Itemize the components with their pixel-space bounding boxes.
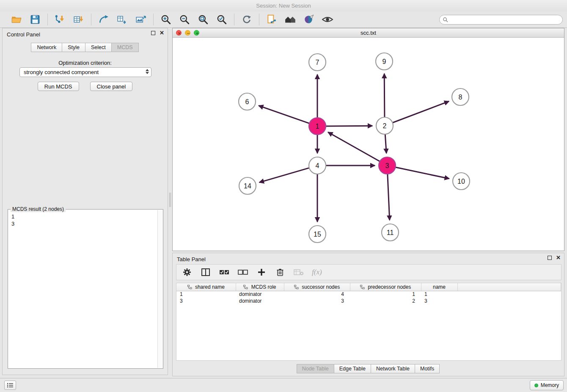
node-6[interactable]: 6 xyxy=(239,93,256,110)
task-history-button[interactable] xyxy=(4,381,16,390)
node-11[interactable]: 11 xyxy=(382,224,399,241)
edge-1-6[interactable] xyxy=(259,106,309,123)
save-session-button[interactable] xyxy=(29,13,41,26)
style-button[interactable] xyxy=(303,13,315,26)
table-cell[interactable]: 3 xyxy=(284,298,350,304)
table-cell[interactable]: 1 xyxy=(176,291,236,298)
tab-mcds[interactable]: MCDS xyxy=(111,43,139,52)
result-scrollbar[interactable] xyxy=(157,210,163,368)
zoom-fit-button[interactable] xyxy=(197,13,209,26)
table-tabs: Node Table Edge Table Network Table Moti… xyxy=(173,364,564,373)
zoom-selected-button[interactable] xyxy=(215,13,228,26)
edge-4-14[interactable] xyxy=(260,168,309,182)
node-7[interactable]: 7 xyxy=(309,54,326,71)
float-panel-icon[interactable] xyxy=(548,256,552,260)
home-layout-button[interactable] xyxy=(284,13,297,26)
zoom-window-button[interactable] xyxy=(194,30,199,36)
edge-3-10[interactable] xyxy=(396,167,449,179)
table-cell[interactable]: 1 xyxy=(350,291,421,298)
table-cell[interactable]: 4 xyxy=(284,291,350,298)
network-graph[interactable]: 7968124314101511 xyxy=(173,38,564,251)
function-builder-button[interactable]: f(x) xyxy=(312,267,322,278)
trash-icon xyxy=(276,268,284,276)
copy-network-button[interactable] xyxy=(265,13,278,26)
close-panel-icon[interactable]: ✕ xyxy=(160,31,164,35)
delete-column-button[interactable] xyxy=(275,267,286,278)
node-10[interactable]: 10 xyxy=(453,173,470,190)
node-4[interactable]: 4 xyxy=(309,157,326,174)
search-input[interactable] xyxy=(439,15,563,25)
node-14[interactable]: 14 xyxy=(239,177,256,194)
edge-3-11[interactable] xyxy=(388,174,390,220)
node-2[interactable]: 2 xyxy=(376,117,393,134)
optimization-criterion-dropdown[interactable]: strongly connected component xyxy=(19,67,151,77)
table-cell[interactable]: dominator xyxy=(236,298,284,304)
select-all-button[interactable] xyxy=(219,267,230,278)
clear-selection-button[interactable] xyxy=(237,267,248,278)
table-cell[interactable]: 1 xyxy=(421,291,457,298)
zoom-out-button[interactable] xyxy=(178,13,191,26)
node-1[interactable]: 1 xyxy=(309,118,326,135)
minimize-window-button[interactable] xyxy=(185,30,190,36)
table-cell[interactable]: dominator xyxy=(236,291,284,298)
new-network-button[interactable] xyxy=(97,13,110,26)
columns-button[interactable] xyxy=(200,267,211,278)
close-window-button[interactable] xyxy=(176,30,182,36)
import-network-icon xyxy=(55,14,66,25)
edge-2-3[interactable] xyxy=(385,135,386,153)
export-image-button[interactable] xyxy=(135,13,147,26)
node-8[interactable]: 8 xyxy=(452,88,469,105)
open-session-button[interactable] xyxy=(10,13,23,26)
memory-button[interactable]: Memory xyxy=(530,380,564,390)
mcds-result-line: 1 xyxy=(11,213,163,220)
header-predecessor-nodes[interactable]: predecessor nodes xyxy=(350,283,421,291)
tab-motifs[interactable]: Motifs xyxy=(415,364,440,373)
add-column-button[interactable] xyxy=(256,267,267,278)
task-list-icon xyxy=(7,383,14,388)
clear-selection-icon xyxy=(238,269,248,276)
show-hide-button[interactable] xyxy=(321,13,334,26)
network-from-table-button[interactable] xyxy=(116,13,129,26)
network-window-titlebar[interactable]: scc.txt xyxy=(173,28,564,38)
edge-2-8[interactable] xyxy=(393,102,449,123)
close-panel-button[interactable]: Close panel xyxy=(90,82,133,91)
import-table-icon xyxy=(73,14,84,25)
tab-network-table[interactable]: Network Table xyxy=(371,364,415,373)
table-row[interactable]: 3dominator323 xyxy=(176,298,561,304)
node-15[interactable]: 15 xyxy=(309,226,326,243)
import-network-button[interactable] xyxy=(54,13,66,26)
header-mcds-role[interactable]: MCDS role xyxy=(236,283,284,291)
header-name[interactable]: name xyxy=(421,283,457,291)
window-title: Session: New Session xyxy=(256,3,311,9)
node-9[interactable]: 9 xyxy=(376,53,393,70)
float-panel-icon[interactable] xyxy=(151,31,155,35)
header-filler xyxy=(457,283,561,291)
export-image-icon xyxy=(135,14,146,25)
import-table-button[interactable] xyxy=(72,13,85,26)
table-cell[interactable]: 3 xyxy=(421,298,457,304)
tab-style[interactable]: Style xyxy=(62,43,85,52)
header-shared-name[interactable]: shared name xyxy=(176,283,236,291)
table-cell[interactable]: 2 xyxy=(350,298,421,304)
tab-network[interactable]: Network xyxy=(31,43,62,52)
edge-3-1[interactable] xyxy=(328,133,380,161)
edge-2-9[interactable] xyxy=(384,74,385,117)
header-successor-nodes[interactable]: successor nodes xyxy=(284,283,350,291)
table-row[interactable]: 1dominator411 xyxy=(176,291,561,298)
refresh-layout-button[interactable] xyxy=(240,13,253,26)
run-mcds-button[interactable]: Run MCDS xyxy=(38,82,79,91)
panel-splitter-handle[interactable] xyxy=(168,193,172,207)
tab-select[interactable]: Select xyxy=(85,43,112,52)
tab-edge-table[interactable]: Edge Table xyxy=(334,364,371,373)
zoom-in-button[interactable] xyxy=(160,13,172,26)
control-panel-title: Control Panel xyxy=(3,28,40,38)
tab-node-table[interactable]: Node Table xyxy=(297,364,334,373)
delete-table-button[interactable] xyxy=(293,267,304,278)
close-panel-icon[interactable]: ✕ xyxy=(556,256,561,260)
gear-icon xyxy=(183,268,191,276)
edge-1-2[interactable] xyxy=(326,126,372,126)
table-panel-title: Table Panel xyxy=(173,253,206,262)
node-3[interactable]: 3 xyxy=(379,157,396,174)
table-cell[interactable]: 3 xyxy=(176,298,236,304)
gear-button[interactable] xyxy=(182,267,193,278)
